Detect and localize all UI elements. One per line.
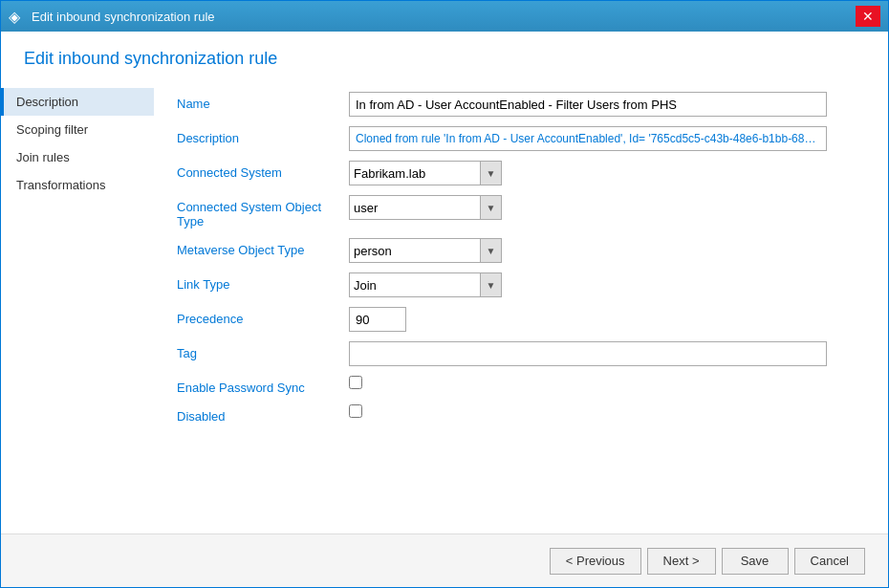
connected-system-label: Connected System <box>177 161 349 180</box>
app-icon: ◈ <box>9 8 26 25</box>
page-title: Edit inbound synchronization rule <box>24 49 865 69</box>
name-label: Name <box>177 92 349 111</box>
precedence-row: Precedence <box>177 307 865 332</box>
disabled-checkbox[interactable] <box>349 404 362 418</box>
footer: < Previous Next > Save Cancel <box>1 534 888 587</box>
connected-system-select[interactable]: Fabrikam.lab <box>350 162 480 185</box>
enable-password-sync-label: Enable Password Sync <box>177 376 349 395</box>
sidebar-item-description[interactable]: Description <box>1 88 154 116</box>
precedence-field <box>349 307 865 332</box>
next-button[interactable]: Next > <box>647 548 716 575</box>
link-type-label: Link Type <box>177 272 349 292</box>
page-header: Edit inbound synchronization rule <box>1 32 888 80</box>
name-field <box>349 92 865 117</box>
description-label: Description <box>177 126 349 145</box>
metaverse-object-type-field: person ▼ <box>349 238 865 263</box>
enable-password-sync-wrapper <box>349 376 865 389</box>
disabled-wrapper <box>349 404 865 418</box>
tag-row: Tag <box>177 341 865 366</box>
enable-password-sync-row: Enable Password Sync <box>177 376 865 395</box>
save-button[interactable]: Save <box>722 548 789 575</box>
name-row: Name <box>177 92 865 117</box>
title-bar-left: ◈ Edit inbound synchronization rule <box>9 8 215 25</box>
connected-system-row: Connected System Fabrikam.lab ▼ <box>177 161 865 185</box>
sidebar-item-join-rules[interactable]: Join rules <box>1 143 154 171</box>
sidebar-item-transformations[interactable]: Transformations <box>1 171 154 199</box>
connected-system-arrow: ▼ <box>480 162 501 185</box>
sidebar-item-scoping-filter[interactable]: Scoping filter <box>1 116 154 143</box>
window-body: Edit inbound synchronization rule Descri… <box>1 32 888 587</box>
connected-system-object-type-label: Connected System Object Type <box>177 195 349 229</box>
metaverse-object-type-select-wrapper: person ▼ <box>349 238 502 263</box>
connected-system-object-type-arrow: ▼ <box>480 196 501 219</box>
disabled-field <box>349 404 865 418</box>
description-field <box>349 126 865 151</box>
connected-system-object-type-field: user ▼ <box>349 195 865 220</box>
main-window: ◈ Edit inbound synchronization rule ✕ Ed… <box>0 0 889 588</box>
metaverse-object-type-label: Metaverse Object Type <box>177 238 349 257</box>
link-type-field: Join ▼ <box>349 272 865 297</box>
disabled-label: Disabled <box>177 404 349 424</box>
connected-system-object-type-select-wrapper: user ▼ <box>349 195 502 220</box>
metaverse-object-type-row: Metaverse Object Type person ▼ <box>177 238 865 263</box>
content-area: Description Scoping filter Join rules Tr… <box>1 80 888 534</box>
title-bar: ◈ Edit inbound synchronization rule ✕ <box>1 1 888 32</box>
link-type-arrow: ▼ <box>480 273 501 296</box>
link-type-row: Link Type Join ▼ <box>177 272 865 297</box>
cancel-button[interactable]: Cancel <box>794 548 865 575</box>
enable-password-sync-checkbox[interactable] <box>349 376 362 389</box>
precedence-input[interactable] <box>349 307 406 332</box>
connected-system-field: Fabrikam.lab ▼ <box>349 161 865 185</box>
link-type-select-wrapper: Join ▼ <box>349 272 502 297</box>
metaverse-object-type-select[interactable]: person <box>350 239 480 262</box>
connected-system-object-type-row: Connected System Object Type user ▼ <box>177 195 865 229</box>
description-row: Description <box>177 126 865 151</box>
close-button[interactable]: ✕ <box>856 6 880 27</box>
sidebar: Description Scoping filter Join rules Tr… <box>1 80 154 534</box>
form-section: Name Description Connected <box>177 92 865 433</box>
tag-field <box>349 341 865 366</box>
tag-label: Tag <box>177 341 349 360</box>
metaverse-object-type-arrow: ▼ <box>480 239 501 262</box>
main-panel: Name Description Connected <box>154 80 888 534</box>
link-type-select[interactable]: Join <box>350 273 480 296</box>
description-input[interactable] <box>349 126 827 151</box>
enable-password-sync-field <box>349 376 865 389</box>
tag-input[interactable] <box>349 341 827 366</box>
previous-button[interactable]: < Previous <box>550 548 641 575</box>
window-title: Edit inbound synchronization rule <box>32 10 215 24</box>
connected-system-object-type-select[interactable]: user <box>350 196 480 219</box>
name-input[interactable] <box>349 92 827 117</box>
connected-system-select-wrapper: Fabrikam.lab ▼ <box>349 161 502 185</box>
precedence-label: Precedence <box>177 307 349 326</box>
disabled-row: Disabled <box>177 404 865 424</box>
